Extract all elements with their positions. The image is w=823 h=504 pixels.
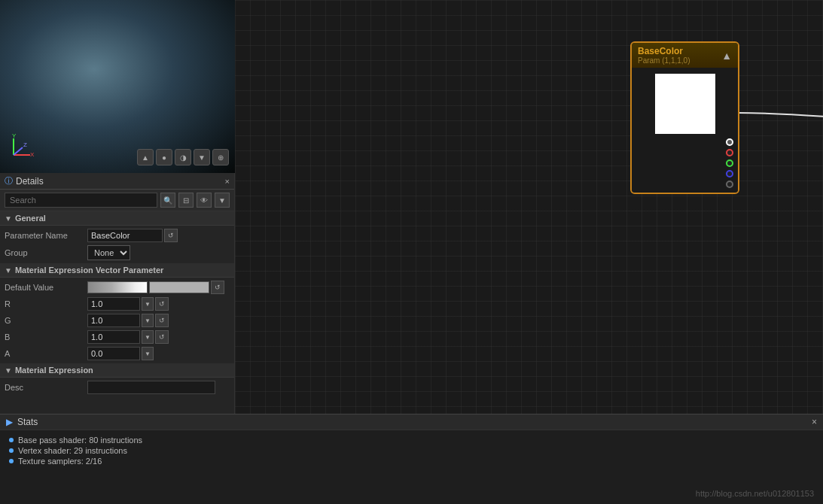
node-collapse-icon[interactable]: ▲ [721,50,732,62]
param-name-reset-btn[interactable]: ↺ [164,229,178,242]
group-dropdown[interactable]: None [87,245,130,260]
port-dark[interactable] [726,181,733,188]
vector-section-content: Default Value ↺ R ▼ ↺ [0,278,234,363]
basecolor-node[interactable]: BaseColor Param (1,1,1,0) ▲ [630,41,739,194]
default-value-row: Default Value ↺ [0,279,234,296]
a-input[interactable] [87,347,140,360]
port-row-green [632,158,738,169]
stats-header: ▶ Stats × [0,414,823,430]
group-value-area: None [87,245,230,260]
svg-text:X: X [30,151,35,158]
r-spin-btn[interactable]: ▼ [142,297,154,311]
b-input[interactable] [87,330,140,344]
general-section-label: General [15,214,46,223]
b-reset-btn[interactable]: ↺ [155,330,169,344]
param-name-row: Parameter Name ↺ [0,227,234,244]
vp-btn-2[interactable]: ● [156,149,172,165]
desc-row: Desc [0,379,234,396]
stats-item-1: Vertex shader: 29 instructions [9,445,814,456]
r-row: R ▼ ↺ [0,296,234,312]
a-spin-btn[interactable]: ▼ [142,347,154,360]
mat-expr-section-label: Material Expression [15,366,93,375]
node-body [632,68,738,193]
stats-close-btn[interactable]: × [812,417,817,427]
settings-icon-btn[interactable]: ▼ [215,193,230,208]
vector-section-header[interactable]: ▼ Material Expression Vector Parameter [0,263,234,278]
general-section-header[interactable]: ▼ General [0,211,234,226]
g-spin-btn[interactable]: ▼ [142,314,154,327]
stats-bullet-2 [9,459,14,463]
g-label: G [5,316,87,325]
color-swatch-solid[interactable] [149,281,209,293]
mat-expr-collapse-icon: ▼ [5,366,12,375]
g-reset-btn[interactable]: ↺ [155,314,169,327]
port-row-red [632,147,738,158]
search-input[interactable] [5,193,157,208]
b-label: B [5,332,87,342]
r-label: R [5,299,87,308]
a-value-area: ▼ [87,347,230,360]
param-name-value-area: ↺ [87,229,230,242]
b-value-area: ▼ ↺ [87,330,230,344]
b-spin-btn[interactable]: ▼ [142,330,154,344]
default-value-area: ↺ [87,281,230,294]
r-value-area: ▼ ↺ [87,297,230,311]
stats-icon: ▶ [6,417,13,427]
group-row: Group None [0,244,234,262]
stats-text-0: Base pass shader: 80 instructions [18,436,142,445]
a-row: A ▼ [0,345,234,362]
general-collapse-icon: ▼ [5,214,12,223]
canvas-area: BaseColor Param (1,1,1,0) ▲ [235,0,823,414]
stats-items-container: Base pass shader: 80 instructionsVertex … [9,435,814,466]
node-title: BaseColor [638,46,690,56]
vp-btn-1[interactable]: ▲ [137,149,154,165]
node-preview [655,74,715,134]
g-row: G ▼ ↺ [0,312,234,329]
stats-text-1: Vertex shader: 29 instructions [18,446,127,455]
b-row: B ▼ ↺ [0,329,234,345]
stats-bullet-1 [9,448,14,453]
axes-indicator: X Y Z [9,132,36,159]
search-icon-btn[interactable]: 🔍 [160,193,175,208]
mat-expr-section-header[interactable]: ▼ Material Expression [0,363,234,378]
vp-btn-3[interactable]: ◑ [175,149,191,165]
port-green[interactable] [726,159,733,167]
watermark: http://blog.csdn.net/u012801153 [696,489,814,498]
details-close-btn[interactable]: × [225,177,230,186]
svg-line-2 [14,147,23,155]
stats-title: Stats [17,417,38,427]
vp-btn-4[interactable]: ▼ [194,149,210,165]
port-red[interactable] [726,149,733,156]
g-value-area: ▼ ↺ [87,314,230,327]
port-row-dark [632,179,738,190]
vp-btn-5[interactable]: ⊕ [212,149,229,165]
param-name-input[interactable] [87,229,163,242]
node-subtitle: Param (1,1,1,0) [638,56,690,65]
svg-text:Z: Z [23,141,27,148]
stats-item-2: Texture samplers: 2/16 [9,456,814,466]
desc-input[interactable] [87,381,215,394]
desc-value-area [87,381,230,394]
color-swatch-row: ↺ [87,281,224,294]
stats-text-2: Texture samplers: 2/16 [18,457,102,466]
details-toolbar: 🔍 ⊟ 👁 ▼ [0,190,234,211]
svg-text:Y: Y [12,132,17,139]
port-blue[interactable] [726,170,733,178]
default-value-label: Default Value [5,283,87,292]
filter-icon-btn[interactable]: ⊟ [178,193,194,208]
color-swatch-gradient[interactable] [87,281,148,293]
param-name-label: Parameter Name [5,231,87,240]
r-input[interactable] [87,297,140,311]
stats-bullet-0 [9,438,14,442]
port-row-white [632,137,738,147]
r-reset-btn[interactable]: ↺ [155,297,169,311]
left-panel: X Y Z ▲ ● ◑ ▼ ⊕ ⓘ Details × [0,0,235,414]
vector-collapse-icon: ▼ [5,266,12,275]
viewport: X Y Z ▲ ● ◑ ▼ ⊕ [0,0,235,173]
g-input[interactable] [87,314,140,327]
default-value-reset-btn[interactable]: ↺ [211,281,224,294]
desc-label: Desc [5,383,87,392]
general-section-content: Parameter Name ↺ Group None [0,226,234,263]
port-white[interactable] [726,138,733,146]
eye-icon-btn[interactable]: 👁 [197,193,212,208]
